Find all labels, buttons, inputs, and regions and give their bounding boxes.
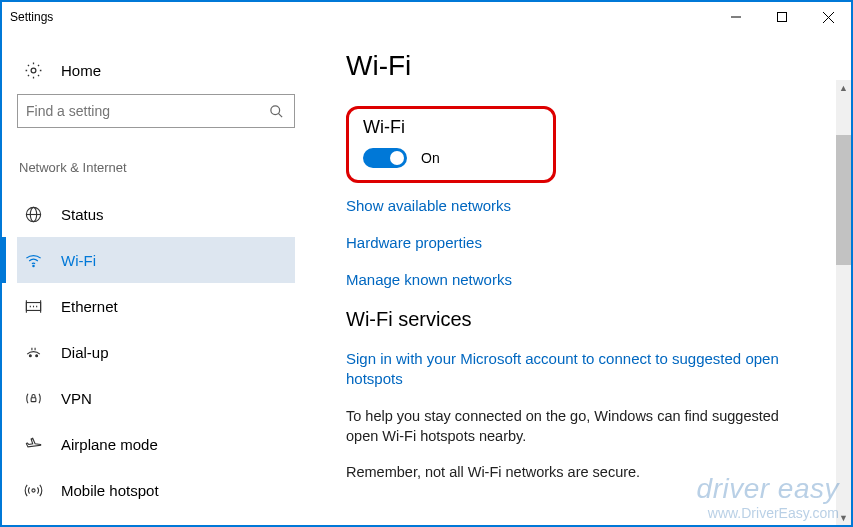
nav-label: Mobile hotspot [61,482,159,499]
nav-item-airplane[interactable]: Airplane mode [17,421,295,467]
nav-label: Ethernet [61,298,118,315]
page-title: Wi-Fi [346,50,821,82]
nav-label: Dial-up [61,344,109,361]
help-text: To help you stay connected on the go, Wi… [346,406,786,447]
svg-point-18 [35,354,37,356]
category-header: Network & Internet [17,160,295,191]
svg-point-4 [31,68,36,73]
wifi-toggle-label: On [421,150,440,166]
minimize-button[interactable] [713,2,759,32]
nav-item-ethernet[interactable]: Ethernet [17,283,295,329]
sidebar: Home Network & Internet Status Wi-Fi [2,32,310,525]
window-title: Settings [10,10,53,24]
search-icon [266,101,286,121]
ethernet-icon [23,296,43,316]
nav-item-status[interactable]: Status [17,191,295,237]
svg-point-5 [270,105,279,114]
airplane-icon [23,434,43,454]
scrollbar[interactable]: ▲ ▼ [836,80,851,525]
nav-label: Wi-Fi [61,252,96,269]
nav-list: Status Wi-Fi Ethernet Dial-up [17,191,295,513]
titlebar: Settings [2,2,851,32]
svg-point-17 [29,354,31,356]
svg-point-22 [31,488,34,491]
scrollbar-thumb[interactable] [836,135,851,265]
svg-line-6 [278,113,282,117]
nav-item-wifi[interactable]: Wi-Fi [17,237,295,283]
main-panel: Wi-Fi Wi-Fi On Show available networks H… [310,32,851,525]
svg-point-10 [32,265,33,266]
home-nav[interactable]: Home [17,50,295,94]
wifi-highlight-annotation: Wi-Fi On [346,106,556,183]
nav-item-hotspot[interactable]: Mobile hotspot [17,467,295,513]
link-hardware-props[interactable]: Hardware properties [346,234,821,251]
close-button[interactable] [805,2,851,32]
vpn-icon [23,388,43,408]
gear-icon [23,60,43,80]
link-show-networks[interactable]: Show available networks [346,197,821,214]
maximize-button[interactable] [759,2,805,32]
nav-item-dialup[interactable]: Dial-up [17,329,295,375]
hotspot-icon [23,480,43,500]
link-signin-microsoft[interactable]: Sign in with your Microsoft account to c… [346,349,821,390]
watermark-brand: driver easy [697,473,839,505]
scroll-up-icon[interactable]: ▲ [836,80,851,95]
nav-label: Airplane mode [61,436,158,453]
dialup-icon [23,342,43,362]
search-input[interactable] [26,103,266,119]
wifi-icon [23,250,43,270]
search-box[interactable] [17,94,295,128]
home-label: Home [61,62,101,79]
wifi-services-heading: Wi-Fi services [346,308,821,331]
wifi-toggle[interactable] [363,148,407,168]
nav-label: VPN [61,390,92,407]
nav-label: Status [61,206,104,223]
nav-item-vpn[interactable]: VPN [17,375,295,421]
link-manage-known[interactable]: Manage known networks [346,271,821,288]
watermark: driver easy www.DriverEasy.com [697,473,839,521]
wifi-heading: Wi-Fi [363,117,539,138]
svg-rect-1 [778,13,787,22]
svg-rect-21 [31,397,36,401]
watermark-url: www.DriverEasy.com [708,505,839,521]
globe-icon [23,204,43,224]
